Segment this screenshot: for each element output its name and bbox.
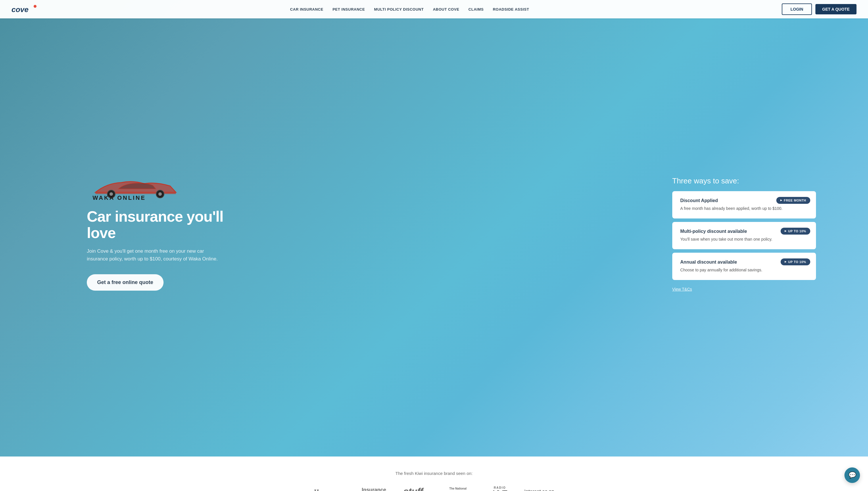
media-logo-nbr: The National Business Review bbox=[440, 487, 475, 491]
nav-links: CAR INSURANCE PET INSURANCE MULTI POLICY… bbox=[290, 7, 529, 11]
savings-card-1: UP TO 10% Multi-policy discount availabl… bbox=[672, 222, 816, 249]
nav-roadside-assist[interactable]: ROADSIDE ASSIST bbox=[493, 7, 529, 11]
view-tc-link[interactable]: View T&Cs bbox=[672, 287, 692, 291]
savings-card-desc-1: You'll save when you take out more than … bbox=[680, 236, 808, 242]
nav-multi-policy[interactable]: MULTI POLICY DISCOUNT bbox=[374, 7, 424, 11]
navbar: cove CAR INSURANCE PET INSURANCE MULTI P… bbox=[0, 0, 868, 19]
nav-pet-insurance[interactable]: PET INSURANCE bbox=[333, 7, 365, 11]
nav-actions: LOGIN GET A QUOTE bbox=[782, 3, 857, 15]
svg-text:WAKA ONLINE: WAKA ONLINE bbox=[93, 195, 146, 200]
savings-section: Three ways to save: FREE MONTH Discount … bbox=[672, 176, 816, 292]
free-quote-button[interactable]: Get a free online quote bbox=[87, 274, 163, 291]
get-quote-button[interactable]: GET A QUOTE bbox=[815, 4, 857, 15]
nav-about-cove[interactable]: ABOUT COVE bbox=[433, 7, 459, 11]
waka-logo: WAKA ONLINE bbox=[87, 177, 253, 202]
svg-point-1 bbox=[34, 5, 36, 8]
media-logo-insurance-business: Insurance BUSINESS NZ bbox=[362, 487, 386, 491]
hero-section: WAKA ONLINE Car insurance you'll love Jo… bbox=[0, 0, 868, 457]
svg-text:cove: cove bbox=[11, 5, 28, 14]
media-logo-interest: interest.co.nz bbox=[524, 489, 554, 491]
chat-icon: 💬 bbox=[848, 471, 856, 479]
media-logos: H nzherald.co.nz Insurance BUSINESS NZ s… bbox=[11, 486, 857, 491]
media-logo-nzherald: H nzherald.co.nz bbox=[314, 488, 345, 491]
hero-title: Car insurance you'll love bbox=[87, 208, 253, 241]
svg-point-5 bbox=[158, 192, 162, 196]
savings-badge-1: UP TO 10% bbox=[781, 228, 810, 235]
savings-card-0: FREE MONTH Discount Applied A free month… bbox=[672, 191, 816, 219]
savings-badge-0: FREE MONTH bbox=[776, 197, 810, 204]
chat-widget[interactable]: 💬 bbox=[844, 467, 860, 483]
media-logo-radiolive: RADIO LIVE bbox=[492, 486, 507, 491]
media-logo-stuff: stuff bbox=[403, 486, 423, 491]
media-subtitle: The fresh Kiwi insurance brand seen on: bbox=[11, 471, 857, 476]
savings-card-desc-2: Choose to pay annually for additional sa… bbox=[680, 267, 808, 273]
hero-subtitle: Join Cove & you'll get one month free on… bbox=[87, 247, 225, 263]
savings-card-desc-0: A free month has already been applied, w… bbox=[680, 206, 808, 211]
cove-logo[interactable]: cove bbox=[11, 4, 37, 15]
savings-card-2: UP TO 10% Annual discount available Choo… bbox=[672, 253, 816, 280]
nav-claims[interactable]: CLAIMS bbox=[469, 7, 484, 11]
media-section: The fresh Kiwi insurance brand seen on: … bbox=[0, 457, 868, 491]
hero-left: WAKA ONLINE Car insurance you'll love Jo… bbox=[87, 177, 253, 291]
nav-car-insurance[interactable]: CAR INSURANCE bbox=[290, 7, 323, 11]
login-button[interactable]: LOGIN bbox=[782, 3, 812, 15]
savings-title: Three ways to save: bbox=[672, 176, 816, 185]
savings-badge-2: UP TO 10% bbox=[781, 258, 810, 265]
